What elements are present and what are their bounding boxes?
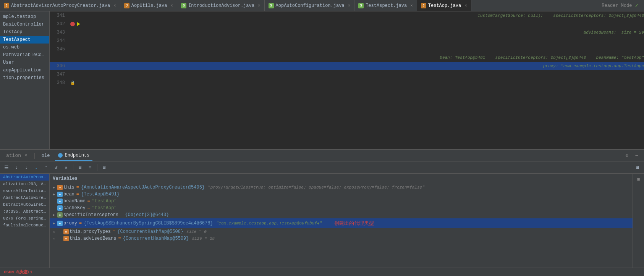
toolbar-align-btn[interactable]: ≡	[86, 163, 94, 172]
tab-close[interactable]: ×	[258, 3, 261, 8]
toolbar-extra-btn[interactable]: ⊟	[100, 163, 108, 172]
panel-tab-ation-label: ation	[6, 153, 21, 158]
sidebar-item-basic-controller[interactable]: BasicController	[0, 21, 49, 28]
sidebar-item-aop-application[interactable]: aopApplication	[0, 66, 49, 74]
stack-item-5[interactable]: :0:335, AbstractBeanF	[0, 208, 49, 215]
expand-bean[interactable]: ▶	[51, 192, 57, 197]
tab-abstract-advisor[interactable]: J AbstractAdvisorAutoProxyCreator.java ×	[0, 0, 120, 11]
gutter-348: 🔒	[69, 79, 76, 87]
gutter-341	[69, 11, 76, 20]
java-icon: J	[4, 3, 9, 8]
debug-top-right-buttons: ⚙ —	[623, 152, 641, 160]
code-344: Object proxy = createProxy( proxy: "com.…	[76, 37, 644, 45]
var-row-proxy[interactable]: ▶ ● proxy = {TestAop$$EnhancerBySpringCG…	[50, 218, 633, 228]
sidebar-item-user[interactable]: User	[0, 59, 49, 66]
var-eq-interceptors: =	[120, 212, 123, 218]
expand-interceptors[interactable]: ▶	[51, 212, 57, 218]
gutter-346	[69, 62, 76, 70]
code-line-347: 347 return proxy;	[50, 70, 644, 79]
toolbar-down3-btn[interactable]: ↓	[32, 163, 40, 172]
tab-close[interactable]: ×	[410, 3, 413, 8]
variables-header: Variables	[50, 175, 633, 183]
sidebar-item-osx-web[interactable]: os.web	[0, 44, 49, 51]
var-val-interceptors: {Object[3]@6443}	[125, 212, 169, 218]
var-row-this[interactable]: ▶ ∞ this = {AnnotationAwareAspectJAutoPr…	[50, 184, 633, 191]
toolbar-layout-btn[interactable]: ⊞	[633, 163, 642, 172]
var-hint-advisedbeans: size = 29	[192, 236, 214, 241]
sidebar-item-testaspect[interactable]: TestAspect	[0, 36, 49, 44]
sidebar: mple.testaop BasicController TestAop Tes…	[0, 11, 50, 149]
minimize-btn[interactable]: —	[633, 152, 641, 160]
tab-label: TestAspect.java	[366, 3, 407, 8]
line-num-346: 346	[50, 62, 69, 70]
var-val-beanname: "testAop"	[92, 199, 117, 204]
code-343: this.advisedBeans.put(cacheKey, Boolean.…	[76, 28, 580, 37]
tab-introduction-advisor[interactable]: S IntroductionAdvisor.java ×	[177, 0, 264, 11]
stack-item-4[interactable]: bstractAutowireCapab	[0, 201, 49, 208]
var-row-beanname[interactable]: ▶ ● beanName = "testAop"	[50, 198, 633, 205]
var-hint-proxy: "com.example.testaop.aop.TestAop@69f0b0f…	[216, 221, 322, 226]
panel-layout-btn[interactable]: ⊞	[634, 175, 643, 184]
debug-tab-endpoints[interactable]: Endpoints	[55, 150, 92, 161]
sidebar-item-properties[interactable]: tion.properties	[0, 74, 49, 82]
stack-item-1[interactable]: alization:293, Abstra	[0, 181, 49, 187]
var-icon-this: ∞	[57, 185, 63, 190]
toolbar-table-btn[interactable]: ⊞	[76, 163, 84, 172]
var-name-bean: bean	[63, 192, 74, 197]
expand-this[interactable]: ▶	[51, 185, 57, 190]
stack-item-2[interactable]: ssorsAfterInitializatic	[0, 187, 49, 194]
tab-test-aop[interactable]: J TestAop.java ×	[417, 0, 471, 11]
breakpoint-342[interactable]	[70, 22, 75, 26]
toolbar-stop-btn[interactable]: ✕	[62, 163, 70, 172]
var-row-advisedbeans[interactable]: ∞ ∞ this.advisedBeans = {ConcurrentHashM…	[50, 235, 633, 242]
line-num-345: 345	[50, 45, 69, 53]
tab-close[interactable]: ×	[464, 3, 467, 8]
tab-close[interactable]: ×	[170, 3, 173, 8]
code-line-344: 344 Object proxy = createProxy( proxy: "…	[50, 37, 644, 45]
line-num-345b	[50, 53, 69, 62]
spring-icon: S	[358, 3, 364, 8]
hint-345b: bean: TestAop@5491 specificInterceptors:…	[436, 53, 644, 62]
code-content[interactable]: 341 Object[] specificInterceptors = getA…	[50, 11, 644, 149]
expand-proxy[interactable]: ▶	[51, 221, 57, 226]
var-row-proxytypes[interactable]: ∞ ∞ this.proxyTypes = {ConcurrentHashMap…	[50, 228, 633, 235]
toolbar-down1-btn[interactable]: ↓	[12, 163, 21, 172]
sidebar-item-testaop[interactable]: mple.testaop	[0, 13, 49, 21]
stack-item-7[interactable]: faultSingletonBeanF	[0, 222, 49, 229]
settings-btn[interactable]: ⚙	[623, 152, 631, 160]
tab-aop-utils[interactable]: J AopUtils.java ×	[120, 0, 177, 11]
stack-item-3[interactable]: AbstractAutowireCap	[0, 194, 49, 201]
reader-mode-check-icon: ✓	[635, 2, 638, 9]
var-row-cachekey[interactable]: ▶ ● cacheKey = "testAop"	[50, 205, 633, 211]
code-line-343: 343 this.advisedBeans.put(cacheKey, Bool…	[50, 28, 644, 37]
sidebar-item-testaop2[interactable]: TestAop	[0, 28, 49, 36]
tab-close[interactable]: ×	[348, 3, 351, 8]
var-val-cachekey: "testAop"	[92, 205, 117, 211]
code-346: this.proxyTypes.put(cacheKey, proxy.getC…	[76, 62, 539, 70]
stack-item-0[interactable]: AbstractAutoProxyC	[0, 174, 49, 181]
debug-content: AbstractAutoProxyC alization:293, Abstra…	[0, 174, 644, 268]
toolbar-up-btn[interactable]: ↑	[42, 163, 50, 172]
gutter-343	[69, 28, 76, 37]
toolbar-reload-btn[interactable]: ↺	[52, 163, 60, 172]
tab-label: AopUtils.java	[131, 3, 167, 8]
gutter-347	[69, 70, 76, 79]
var-row-interceptors[interactable]: ▶ ≡ specificInterceptors = {Object[3]@64…	[50, 211, 633, 218]
var-row-bean[interactable]: ▶ ● bean = {TestAop@5491}	[50, 191, 633, 198]
tab-aop-auto-config[interactable]: S AopAutoConfiguration.java ×	[265, 0, 355, 11]
debug-tab-console[interactable]: ole	[39, 150, 53, 161]
tab-close[interactable]: ×	[113, 3, 116, 8]
var-eq-bean: =	[76, 192, 79, 197]
panel-close-icon[interactable]: ×	[24, 153, 28, 158]
code-line-345: 345 bean.getClass(), beanName, specificI…	[50, 45, 644, 53]
toolbar-filter-btn[interactable]: ☰	[2, 163, 11, 172]
toolbar-down2-btn[interactable]: ↓	[22, 163, 31, 172]
sidebar-item-path-variable[interactable]: PathVariableController	[0, 51, 49, 59]
debug-stack-list: AbstractAutoProxyC alization:293, Abstra…	[0, 174, 50, 268]
stack-item-6[interactable]: 8276 (org.springfran	[0, 215, 49, 222]
endpoints-icon	[58, 153, 63, 158]
var-eq-proxytypes: =	[113, 229, 115, 234]
toolbar-separator2	[97, 164, 97, 171]
line-num-342: 342	[50, 20, 69, 28]
tab-test-aspect[interactable]: S TestAspect.java ×	[354, 0, 417, 11]
